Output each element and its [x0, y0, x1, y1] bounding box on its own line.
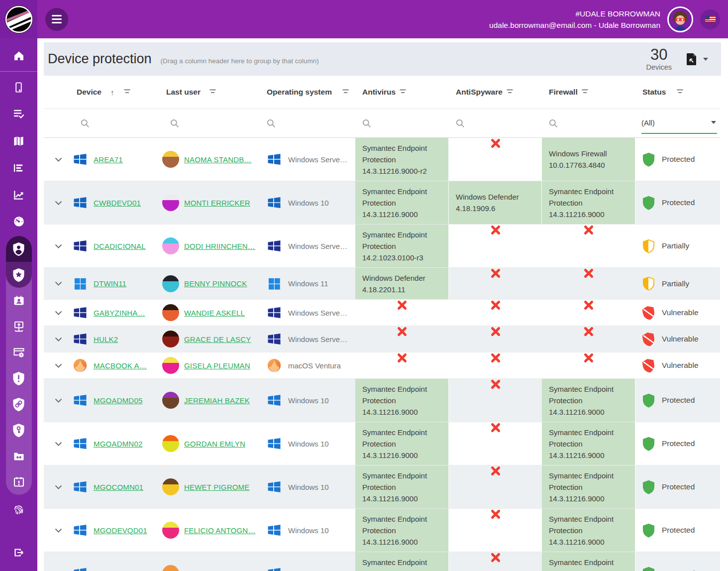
sidebar-item-identity-card[interactable] [6, 288, 32, 314]
user-link[interactable]: JEREMIAH BAZEK [184, 396, 250, 405]
user-link[interactable]: FELICIO ANTOGN… [184, 526, 256, 535]
col-header-status[interactable]: Status [635, 88, 720, 97]
antivirus-cell: Symantec Endpoint Protection 14.3.11216.… [355, 138, 449, 181]
menu-hamburger-button[interactable] [45, 8, 68, 31]
brand-logo[interactable] [0, 0, 37, 38]
column-filter-icon[interactable] [400, 89, 406, 94]
row-expand-chevron[interactable] [53, 438, 64, 450]
user-link[interactable]: WANDIE ASKELL [184, 309, 245, 317]
device-link[interactable]: MGOCOMN01 [94, 483, 143, 491]
red-x-icon [490, 225, 501, 237]
device-link[interactable]: DCADICIONAL [94, 242, 146, 250]
row-expand-chevron[interactable] [53, 481, 64, 493]
col-header-antispyware[interactable]: AntiSpyware [449, 85, 542, 100]
row-expand-chevron[interactable] [53, 395, 64, 406]
user-link[interactable]: GORDAN EMLYN [184, 440, 245, 448]
row-expand-chevron[interactable] [53, 197, 64, 209]
column-filter-icon[interactable] [582, 89, 588, 94]
user-link[interactable]: HEWET PIGROME [184, 483, 250, 491]
col-header-operating-system[interactable]: Operating system [266, 88, 355, 97]
firewall-cell [542, 268, 635, 299]
user-link[interactable]: BENNY PINNOCK [184, 279, 247, 288]
user-link[interactable]: NAOMA STANDB… [184, 155, 252, 164]
os-search-input[interactable] [266, 119, 355, 128]
user-link[interactable]: GRACE DE LASCY [184, 335, 251, 343]
row-expand-chevron[interactable] [53, 334, 64, 345]
status-filter-caret[interactable] [711, 121, 716, 124]
sidebar-item-reports[interactable] [5, 154, 32, 181]
user-avatar [162, 194, 179, 211]
sidebar-item-home[interactable] [5, 42, 32, 69]
sidebar-item-settings[interactable] [6, 340, 32, 365]
antispyware-cell [449, 552, 542, 571]
status-cell: Protected [635, 181, 720, 224]
sidebar-item-access-control[interactable] [6, 417, 32, 443]
antispyware-search-input[interactable] [449, 116, 542, 131]
sidebar-item-deployment[interactable] [6, 314, 32, 340]
sidebar-item-web-protection[interactable] [6, 391, 32, 417]
row-expand-chevron[interactable] [53, 154, 64, 165]
row-expand-chevron[interactable] [53, 240, 64, 252]
device-link[interactable]: HULK2 [94, 335, 118, 343]
device-link[interactable]: MACBOOK A… [94, 361, 147, 370]
language-selector[interactable] [700, 9, 720, 29]
sidebar-item-security-alerts[interactable] [6, 365, 32, 391]
device-link[interactable]: DTWIN11 [94, 279, 126, 288]
sidebar-item-tasks[interactable] [5, 101, 32, 127]
sidebar-item-statistics[interactable] [5, 181, 32, 208]
firewall-search-input[interactable] [542, 116, 635, 131]
row-expand-chevron[interactable] [53, 307, 64, 319]
sidebar-item-advanced-protection[interactable] [6, 262, 32, 288]
column-filter-icon[interactable] [342, 89, 349, 94]
column-filter-icon[interactable] [507, 89, 513, 94]
red-x-icon [397, 300, 408, 313]
last-user-search-input[interactable] [162, 119, 266, 128]
sidebar-item-logout[interactable] [5, 539, 32, 566]
profile-avatar[interactable] [667, 6, 693, 32]
red-x-icon [490, 268, 501, 281]
row-expand-chevron[interactable] [53, 525, 64, 536]
user-link[interactable]: GISELA PLEUMAN [184, 361, 250, 370]
col-header-firewall[interactable]: Firewall [542, 85, 635, 100]
row-expand-chevron[interactable] [53, 360, 64, 371]
protection-product: Symantec Endpoint Protection 14.3.11216.… [362, 470, 443, 504]
column-filter-icon[interactable] [677, 89, 683, 94]
red-x-icon [397, 352, 408, 365]
column-filter-icon[interactable] [124, 89, 130, 94]
device-link[interactable]: MGOADMD05 [94, 396, 142, 405]
column-filter-icon[interactable] [209, 89, 216, 94]
export-dropdown-caret[interactable] [703, 58, 708, 61]
red-x-icon [583, 225, 594, 237]
sidebar-item-device-protection[interactable] [6, 236, 32, 262]
user-link[interactable]: DODI HRIINCHEN… [184, 242, 255, 250]
device-link[interactable]: MGODEVQD01 [94, 526, 147, 535]
export-button[interactable] [686, 53, 697, 66]
sidebar-item-scheduled-tasks[interactable] [6, 469, 32, 495]
bar-chart-icon [13, 162, 24, 174]
device-link[interactable]: MGOADMN02 [94, 440, 142, 448]
protection-product: Symantec Endpoint Protection 14.3.11216.… [549, 557, 630, 571]
col-header-last-user[interactable]: Last user [162, 88, 266, 97]
antivirus-search-input[interactable] [355, 116, 449, 131]
status-filter-select[interactable]: (All) [641, 118, 717, 134]
device-link[interactable]: CWBDEVD01 [94, 199, 141, 207]
sidebar-item-dashboard[interactable] [5, 208, 32, 235]
device-link[interactable]: AREA71 [94, 155, 123, 164]
row-expand-chevron[interactable] [53, 278, 64, 289]
device-link[interactable]: GABYZINHA… [94, 309, 145, 317]
search-icon [549, 119, 558, 128]
shield-key-icon [12, 423, 25, 438]
sidebar-item-fingerprint[interactable] [5, 496, 32, 523]
status-label: Protected [662, 526, 695, 535]
sidebar-item-devices[interactable] [5, 74, 32, 101]
user-avatar [162, 304, 179, 321]
user-link[interactable]: KARALEE MACROW [184, 570, 257, 571]
col-header-antivirus[interactable]: Antivirus [355, 85, 449, 100]
row-expand-chevron[interactable] [53, 568, 64, 571]
col-header-device[interactable]: Device ↑ [73, 88, 162, 97]
device-link[interactable]: MGOSUPP01 [94, 570, 141, 571]
sidebar-item-map[interactable] [5, 127, 32, 154]
device-search-input[interactable] [73, 119, 162, 128]
user-link[interactable]: MONTI ERRICKER [184, 199, 250, 207]
sidebar-item-file-transfer[interactable] [6, 443, 32, 469]
